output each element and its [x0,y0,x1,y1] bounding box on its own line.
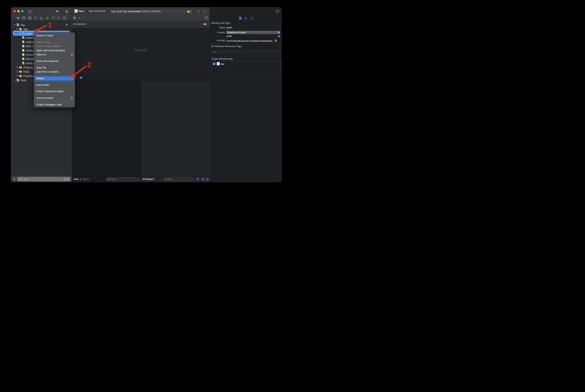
svg-text:1: 1 [48,21,52,29]
svg-text:2: 2 [87,61,91,69]
